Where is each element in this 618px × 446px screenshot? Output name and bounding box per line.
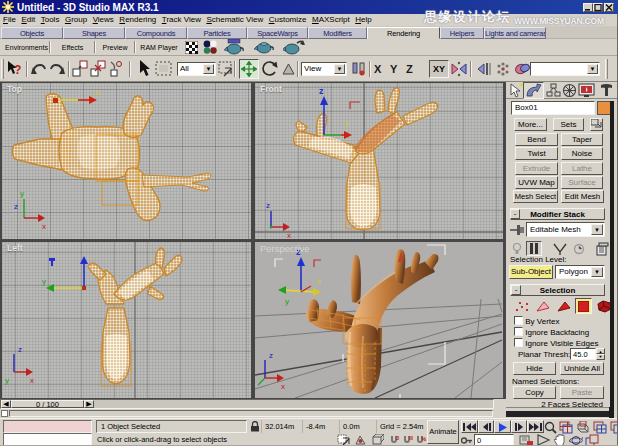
- svg-text:z: z: [18, 345, 22, 354]
- svg-text:3: 3: [396, 435, 399, 441]
- svg-text:z: z: [319, 86, 324, 96]
- svg-text:y: y: [5, 376, 9, 385]
- svg-text:x: x: [281, 382, 285, 391]
- svg-text:x: x: [30, 376, 34, 385]
- svg-text:x: x: [345, 119, 349, 128]
- svg-text:x: x: [287, 231, 291, 239]
- svg-text:z: z: [14, 202, 18, 211]
- svg-text:z: z: [266, 201, 270, 210]
- svg-text:x: x: [317, 277, 321, 286]
- svg-text:x: x: [95, 88, 99, 97]
- svg-text:x: x: [42, 222, 46, 231]
- svg-text:y: y: [20, 189, 24, 198]
- svg-text:?: ?: [14, 63, 21, 77]
- svg-text:y: y: [42, 277, 46, 286]
- svg-text:y: y: [285, 297, 289, 306]
- svg-text:z: z: [269, 351, 273, 360]
